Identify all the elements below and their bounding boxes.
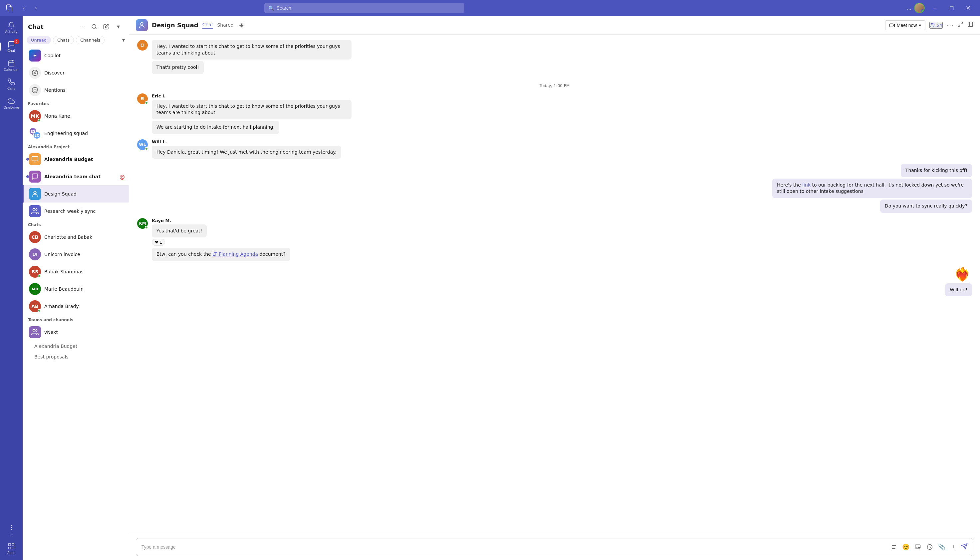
- filter-chevron-icon[interactable]: ▾: [122, 37, 125, 43]
- eric-content-early: Hey, I wanted to start this chat to get …: [152, 40, 972, 60]
- teams-logo: [4, 3, 15, 13]
- more-options-button[interactable]: ⋯: [77, 21, 87, 32]
- chat-item-research-weekly[interactable]: Research weekly sync: [23, 203, 129, 220]
- charlotte-babak-avatar: CB: [29, 231, 41, 243]
- tab-channels[interactable]: Channels: [76, 36, 105, 44]
- sidebar-item-apps[interactable]: Apps: [0, 540, 23, 557]
- participants-button[interactable]: 24: [930, 22, 943, 28]
- message-input[interactable]: [142, 544, 886, 550]
- attach-button[interactable]: 📎: [937, 542, 947, 552]
- heart-reaction[interactable]: ❤️ 1: [152, 239, 165, 246]
- message-row-kayo: KM Kayo M. Yes that'd be great! ❤️ 1 Btw…: [137, 218, 972, 261]
- sidebar-item-label: ...: [10, 532, 13, 536]
- nav-item-discover[interactable]: Discover: [23, 64, 129, 82]
- more-button[interactable]: ...: [907, 5, 911, 11]
- back-button[interactable]: ‹: [18, 3, 29, 13]
- sidebar-item-calendar[interactable]: Calendar: [0, 57, 23, 74]
- forward-button[interactable]: ›: [31, 3, 41, 13]
- compose-button[interactable]: [101, 21, 112, 32]
- charlotte-babak-content: Charlotte and Babak: [44, 235, 124, 240]
- eric-msg-1: Hey, I wanted to start this chat to get …: [152, 100, 351, 119]
- alexandria-budget-avatar: [29, 153, 41, 165]
- main-layout: Activity 2 Chat Calendar Calls OneDriv: [0, 16, 980, 560]
- chat-tab-shared[interactable]: Shared: [217, 22, 233, 28]
- marie-beaudouin-avatar: MB: [29, 283, 41, 295]
- search-chat-button[interactable]: [89, 21, 100, 32]
- discover-content: Discover: [44, 70, 124, 75]
- tab-chats[interactable]: Chats: [53, 36, 74, 44]
- copilot-content: Copilot: [44, 53, 124, 58]
- add-tab-button[interactable]: ⊕: [239, 22, 244, 28]
- search-icon: 🔍: [268, 5, 274, 11]
- header-more-button[interactable]: ⋯: [947, 21, 953, 29]
- send-button[interactable]: [961, 543, 968, 552]
- titlebar-right: ... ─ □ ✕: [907, 3, 976, 13]
- sticker-button[interactable]: [925, 542, 935, 552]
- own-msg-1-row: Thanks for kicking this off!: [137, 164, 972, 177]
- nav-item-mentions[interactable]: Mentions: [23, 82, 129, 99]
- chat-item-alexandria-budget[interactable]: Alexandria Budget: [23, 151, 129, 168]
- apps-icon: [7, 542, 15, 550]
- filter-button[interactable]: ▾: [113, 21, 124, 32]
- close-button[interactable]: ✕: [961, 3, 976, 13]
- mentions-avatar: [29, 84, 41, 96]
- gif-button[interactable]: [913, 542, 922, 552]
- own-msg-2: Here's the link to our backlog for the n…: [772, 178, 972, 198]
- planning-agenda-link[interactable]: LT Planning Agenda: [212, 252, 258, 257]
- reaction-bar: ❤️ 1: [152, 239, 972, 246]
- alexandria-team-chat-name: Alexandria team chat: [44, 174, 124, 179]
- maximize-button[interactable]: □: [944, 3, 959, 13]
- kayo-msg-2: Btw, can you check the LT Planning Agend…: [152, 248, 290, 261]
- chat-scroll: ✦ Copilot Discover Mentions: [23, 47, 129, 560]
- sidebar-item-chat[interactable]: 2 Chat: [0, 38, 23, 55]
- emoji-row: ❤️‍🔥: [137, 267, 972, 282]
- chat-item-marie-beaudouin[interactable]: MB Marie Beaudouin: [23, 280, 129, 298]
- unicorn-invoice-avatar: UI: [29, 248, 41, 260]
- sidebar-item-more[interactable]: ...: [0, 521, 23, 538]
- chat-item-charlotte-babak[interactable]: CB Charlotte and Babak: [23, 228, 129, 246]
- chat-item-design-squad[interactable]: Design Squad: [23, 185, 129, 203]
- discover-avatar: [29, 67, 41, 79]
- format-button[interactable]: [889, 542, 898, 552]
- amanda-brady-content: Amanda Brady: [44, 303, 124, 309]
- chat-item-engineering-squad[interactable]: ES EQ Engineering squad: [23, 125, 129, 142]
- message-row-will: WL Will L. Hey Daniela, great timing! We…: [137, 139, 972, 159]
- meet-now-button[interactable]: Meet now ▾: [885, 20, 926, 30]
- chat-item-amanda-brady[interactable]: AB Amanda Brady: [23, 298, 129, 315]
- chat-item-alexandria-budget-ch[interactable]: Alexandria Budget: [23, 341, 129, 352]
- will-do-row: Will do!: [137, 283, 972, 297]
- chat-item-mona-kane[interactable]: MK Mona Kane: [23, 107, 129, 125]
- msg-bubble-2: That's pretty cool!: [152, 61, 204, 74]
- sidebar-item-onedrive[interactable]: OneDrive: [0, 95, 23, 112]
- meet-now-label: Meet now: [897, 23, 917, 28]
- own-msg-3-row: Do you want to sync really quickly?: [137, 200, 972, 213]
- sidebar-item-activity[interactable]: Activity: [0, 18, 23, 36]
- msg-bubble: Hey, I wanted to start this chat to get …: [152, 40, 351, 60]
- chat-item-vnext[interactable]: vNext: [23, 323, 129, 341]
- own-msg-1: Thanks for kicking this off!: [901, 164, 972, 177]
- header-sidebar-button[interactable]: [967, 21, 973, 29]
- emoji-button[interactable]: 😊: [901, 542, 910, 552]
- eric-avatar-2: EI: [137, 93, 148, 104]
- header-expand-button[interactable]: [957, 21, 963, 29]
- chat-tab-active[interactable]: Chat: [202, 22, 213, 28]
- backlog-link[interactable]: link: [802, 182, 811, 188]
- nav-item-copilot[interactable]: ✦ Copilot: [23, 47, 129, 64]
- message-row-eric-early: EI Hey, I wanted to start this chat to g…: [137, 40, 972, 60]
- tab-unread[interactable]: Unread: [27, 36, 51, 44]
- minimize-button[interactable]: ─: [927, 3, 943, 13]
- search-input[interactable]: [277, 5, 460, 11]
- teams-channels-label: Teams and channels: [23, 315, 129, 323]
- own-msg-3: Do you want to sync really quickly?: [880, 200, 972, 213]
- user-avatar[interactable]: [914, 3, 925, 13]
- chat-item-alexandria-team-chat[interactable]: Alexandria team chat @: [23, 168, 129, 185]
- chat-item-best-proposals[interactable]: Best proposals: [23, 352, 129, 362]
- svg-point-20: [33, 208, 35, 211]
- chat-item-babak-shammas[interactable]: BS Babak Shammas: [23, 263, 129, 280]
- chat-item-unicorn-invoice[interactable]: UI Unicorn invoice: [23, 246, 129, 263]
- more-input-button[interactable]: +: [949, 542, 958, 552]
- chat-list-header: Chat ⋯ ▾: [23, 16, 129, 35]
- sidebar-item-calls[interactable]: Calls: [0, 75, 23, 93]
- design-squad-name: Design Squad: [44, 191, 124, 197]
- search-bar[interactable]: 🔍: [264, 3, 464, 13]
